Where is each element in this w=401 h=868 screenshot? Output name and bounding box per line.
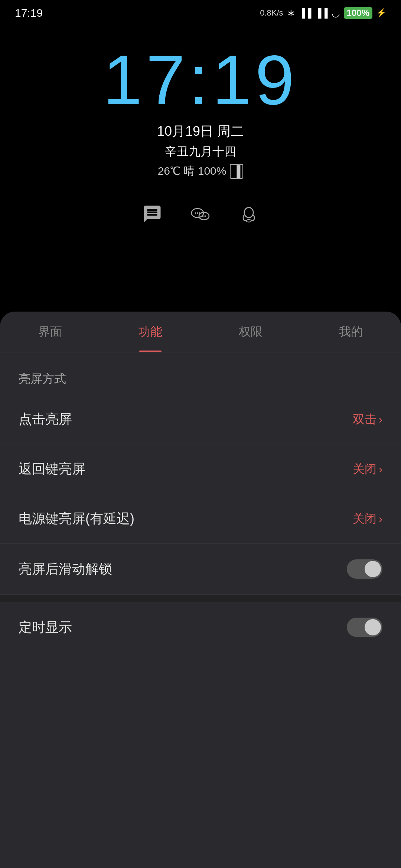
svg-point-9: [246, 220, 251, 222]
section-header-text: 亮屏方式: [19, 372, 66, 385]
svg-point-5: [202, 216, 203, 217]
signal-icon-2: ▐▐: [315, 8, 328, 18]
tab-active-indicator: [139, 351, 162, 352]
notification-icons: [139, 201, 262, 227]
tab-interface-label: 界面: [38, 324, 62, 340]
menu-item-tap-wake[interactable]: 点击亮屏 双击 ›: [0, 395, 401, 444]
wechat-icon: [190, 204, 211, 224]
weather-info: 26℃ 晴 100% ▐: [158, 164, 244, 179]
menu-back-wake-value: 关闭 ›: [353, 461, 382, 477]
svg-point-6: [203, 216, 205, 217]
menu-back-wake-label: 返回键亮屏: [19, 460, 85, 478]
tab-interface[interactable]: 界面: [0, 312, 100, 352]
section-divider: [0, 595, 401, 602]
menu-timed-display-label: 定时显示: [19, 618, 72, 637]
tab-bar: 界面 功能 权限 我的: [0, 312, 401, 352]
power-wake-chevron: ›: [379, 513, 382, 525]
bluetooth-icon: ∗: [287, 7, 295, 19]
menu-slide-unlock-label: 亮屏后滑动解锁: [19, 560, 112, 578]
status-bar: 17:19 0.8K/s ∗ ▐▐ ▐▐ ◡ 100% ⚡: [0, 0, 401, 26]
tab-mine-label: 我的: [339, 324, 363, 340]
timed-display-toggle-thumb: [365, 619, 381, 635]
sms-notif-icon: [139, 201, 165, 227]
menu-tap-wake-value: 双击 ›: [353, 411, 382, 428]
slide-unlock-toggle-container: [347, 559, 382, 579]
qq-icon: [239, 204, 259, 224]
tab-permissions[interactable]: 权限: [200, 312, 301, 352]
menu-item-timed-display[interactable]: 定时显示: [0, 602, 401, 652]
signal-icon: ▐▐: [299, 8, 312, 18]
status-time: 17:19: [15, 7, 43, 19]
message-icon: [142, 204, 162, 224]
menu-power-wake-label: 电源键亮屏(有延迟): [19, 510, 134, 528]
toggle-thumb: [365, 561, 381, 577]
lockscreen: 17:19 10月19日 周二 辛丑九月十四 26℃ 晴 100% ▐: [0, 0, 401, 319]
timed-display-toggle[interactable]: [347, 618, 382, 637]
svg-point-8: [244, 207, 253, 217]
weather-text: 26℃ 晴 100%: [158, 164, 226, 179]
clock-display: 17:19: [103, 45, 298, 115]
date-gregorian: 10月19日 周二: [157, 122, 244, 141]
tab-function-label: 功能: [138, 324, 162, 340]
wechat-notif-icon: [188, 201, 213, 227]
network-speed: 0.8K/s: [260, 8, 283, 18]
slide-unlock-toggle[interactable]: [347, 559, 382, 579]
tab-permissions-label: 权限: [239, 324, 263, 340]
menu-power-wake-value: 关闭 ›: [353, 511, 382, 527]
menu-tap-wake-label: 点击亮屏: [19, 410, 72, 428]
tap-wake-chevron: ›: [379, 413, 382, 426]
timed-display-toggle-container: [347, 618, 382, 637]
section-header-brightness: 亮屏方式: [0, 352, 401, 395]
tap-wake-value-text: 双击: [353, 411, 376, 428]
power-wake-value-text: 关闭: [353, 511, 376, 527]
battery-small-icon: ▐: [230, 164, 243, 179]
svg-point-7: [205, 216, 206, 217]
menu-item-slide-unlock[interactable]: 亮屏后滑动解锁: [0, 544, 401, 595]
back-wake-chevron: ›: [379, 463, 382, 476]
menu-item-power-wake[interactable]: 电源键亮屏(有延迟) 关闭 ›: [0, 494, 401, 544]
tab-function[interactable]: 功能: [100, 312, 200, 352]
wifi-icon: ◡: [332, 7, 340, 19]
svg-point-1: [195, 212, 196, 214]
svg-point-2: [197, 212, 198, 214]
qq-notif-icon: [236, 201, 262, 227]
status-icons: 0.8K/s ∗ ▐▐ ▐▐ ◡ 100% ⚡: [260, 7, 386, 19]
charging-icon: ⚡: [376, 8, 386, 18]
battery-icon: 100%: [344, 7, 372, 19]
date-lunar: 辛丑九月十四: [165, 144, 236, 160]
back-wake-value-text: 关闭: [353, 461, 376, 477]
panel-content: 亮屏方式 点击亮屏 双击 › 返回键亮屏 关闭 › 电源键亮屏(有延迟) 关闭 …: [0, 352, 401, 868]
menu-item-back-wake[interactable]: 返回键亮屏 关闭 ›: [0, 444, 401, 494]
bottom-panel: 界面 功能 权限 我的 亮屏方式 点击亮屏 双击 › 返回键亮屏: [0, 312, 401, 868]
tab-mine[interactable]: 我的: [301, 312, 401, 352]
